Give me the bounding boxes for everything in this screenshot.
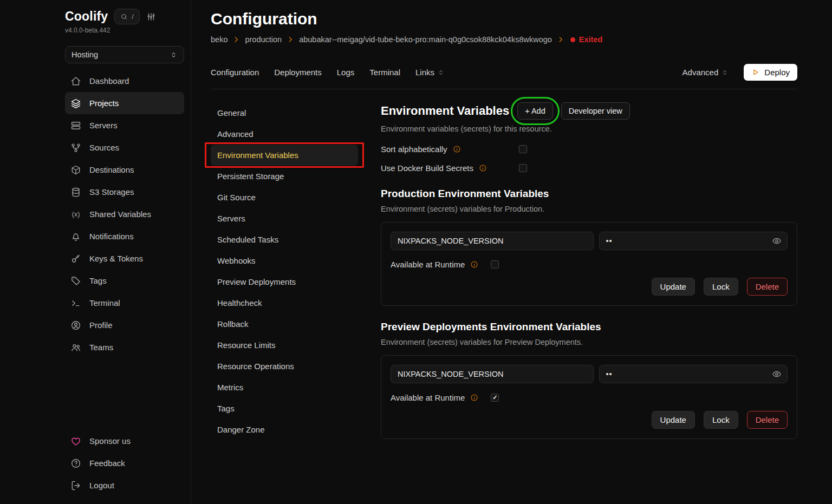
sidebar-item-label: Terminal xyxy=(89,298,120,307)
sidebar-item-notifications[interactable]: Notifications xyxy=(65,225,184,247)
add-button-wrap: + Add xyxy=(517,102,553,120)
sidebar-item-teams[interactable]: Teams xyxy=(65,336,184,358)
sidebar-item-shared-variables[interactable]: (x) Shared Variables xyxy=(65,203,184,225)
delete-button[interactable]: Delete xyxy=(747,278,788,296)
subnav-environment-variables[interactable]: Environment Variables xyxy=(211,145,358,166)
subnav-label: Environment Variables xyxy=(217,150,298,160)
sidebar-item-terminal[interactable]: Terminal xyxy=(65,292,184,314)
search-shortcut: / xyxy=(132,12,134,21)
sidebar-item-logout[interactable]: Logout xyxy=(65,474,184,496)
developer-view-button[interactable]: Developer view xyxy=(561,102,630,120)
delete-button[interactable]: Delete xyxy=(747,411,788,429)
breadcrumb-environment[interactable]: production xyxy=(245,35,282,44)
sidebar-item-projects[interactable]: Projects xyxy=(65,92,184,114)
sidebar-item-dashboard[interactable]: Dashboard xyxy=(65,70,184,92)
sidebar-item-label: Keys & Tokens xyxy=(89,254,143,263)
sidebar-item-s3-storages[interactable]: S3 Storages xyxy=(65,181,184,203)
tab-deployments[interactable]: Deployments xyxy=(274,68,322,77)
lock-button[interactable]: Lock xyxy=(704,278,738,296)
sidebar: Coolify / v4.0.0-beta.442 Hosting xyxy=(0,0,191,504)
play-icon xyxy=(751,68,759,76)
available-at-runtime-checkbox[interactable] xyxy=(491,260,499,269)
env-var-inputs xyxy=(391,232,788,250)
sort-alphabetically-checkbox[interactable] xyxy=(519,145,527,153)
subnav-scheduled-tasks[interactable]: Scheduled Tasks xyxy=(211,229,358,250)
sidebar-item-label: Logout xyxy=(89,481,114,490)
preview-env-subtitle: Environment (secrets) variables for Prev… xyxy=(381,338,797,346)
subnav-advanced[interactable]: Advanced xyxy=(211,123,358,145)
subnav-tags[interactable]: Tags xyxy=(211,398,358,419)
env-var-value-wrap xyxy=(599,232,788,250)
chevron-updown-icon xyxy=(721,69,729,76)
docker-build-secrets-label: Use Docker Build Secrets xyxy=(381,163,473,173)
subnav-resource-operations[interactable]: Resource Operations xyxy=(211,356,358,377)
sidebar-item-tags[interactable]: Tags xyxy=(65,270,184,292)
docker-build-secrets-checkbox[interactable] xyxy=(519,164,527,172)
status-dot-icon xyxy=(570,37,575,42)
preview-env-title: Preview Deployments Environment Variable… xyxy=(381,321,797,333)
subnav-rollback[interactable]: Rollback xyxy=(211,313,358,335)
add-env-var-button[interactable]: + Add xyxy=(517,102,553,120)
env-var-key-input[interactable] xyxy=(391,232,594,250)
update-button[interactable]: Update xyxy=(652,278,695,296)
tab-logs[interactable]: Logs xyxy=(337,68,355,77)
tag-icon xyxy=(70,276,81,286)
breadcrumb-team[interactable]: beko xyxy=(211,35,227,44)
sort-alphabetically-row: Sort alphabetically xyxy=(381,145,797,154)
sidebar-item-keys-tokens[interactable]: Keys & Tokens xyxy=(65,247,184,270)
env-var-value-input[interactable] xyxy=(599,365,788,383)
env-var-value-wrap xyxy=(599,365,788,383)
env-toggles: Sort alphabetically Use Docker Build Sec… xyxy=(381,145,797,173)
subnav-preview-deployments[interactable]: Preview Deployments xyxy=(211,271,358,292)
tab-terminal[interactable]: Terminal xyxy=(369,68,400,77)
layers-icon xyxy=(70,98,81,109)
sidebar-item-feedback[interactable]: Feedback xyxy=(65,452,184,474)
sort-alphabetically-label: Sort alphabetically xyxy=(381,145,447,154)
bell-icon xyxy=(70,231,81,242)
env-var-actions: Update Lock Delete xyxy=(391,411,788,429)
subnav-general[interactable]: General xyxy=(211,102,358,123)
status-label: Exited xyxy=(579,35,603,44)
heart-icon xyxy=(70,436,81,447)
update-button[interactable]: Update xyxy=(652,411,695,429)
team-selector[interactable]: Hosting xyxy=(65,46,184,63)
env-var-value-input[interactable] xyxy=(599,232,788,250)
production-env-var-card: Available at Runtime Update Lock Delete xyxy=(381,222,797,306)
env-var-inputs xyxy=(391,365,788,383)
terminal-icon xyxy=(70,298,81,309)
reveal-value-button[interactable] xyxy=(772,236,782,246)
settings-filters-button[interactable] xyxy=(146,12,156,22)
env-var-key-input[interactable] xyxy=(391,365,594,383)
advanced-dropdown[interactable]: Advanced xyxy=(682,68,729,77)
config-subnav: General Advanced Environment Variables P… xyxy=(211,102,381,504)
subnav-servers[interactable]: Servers xyxy=(211,208,358,229)
sidebar-item-profile[interactable]: Profile xyxy=(65,314,184,336)
subnav-webhooks[interactable]: Webhooks xyxy=(211,250,358,271)
search-button[interactable]: / xyxy=(114,9,140,24)
chevron-right-icon xyxy=(287,36,294,43)
configuration-content: General Advanced Environment Variables P… xyxy=(211,102,797,504)
sidebar-item-destinations[interactable]: Destinations xyxy=(65,159,184,181)
subnav-healthcheck[interactable]: Healthcheck xyxy=(211,292,358,313)
env-title: Environment Variables xyxy=(381,104,509,118)
sidebar-item-sponsor[interactable]: Sponsor us xyxy=(65,430,184,452)
lock-button[interactable]: Lock xyxy=(704,411,738,429)
available-at-runtime-row: Available at Runtime xyxy=(391,393,788,402)
tab-configuration[interactable]: Configuration xyxy=(211,68,259,77)
deploy-button[interactable]: Deploy xyxy=(744,64,797,81)
sidebar-item-servers[interactable]: Servers xyxy=(65,114,184,136)
subnav-persistent-storage[interactable]: Persistent Storage xyxy=(211,166,358,187)
subnav-danger-zone[interactable]: Danger Zone xyxy=(211,419,358,440)
subnav-metrics[interactable]: Metrics xyxy=(211,377,358,398)
breadcrumb-resource[interactable]: abubakar--meigag/vid-tube-beko-pro:main-… xyxy=(299,35,552,44)
subnav-git-source[interactable]: Git Source xyxy=(211,187,358,208)
subnav-resource-limits[interactable]: Resource Limits xyxy=(211,335,358,356)
tab-links[interactable]: Links xyxy=(415,68,445,77)
sidebar-item-sources[interactable]: Sources xyxy=(65,136,184,159)
reveal-value-button[interactable] xyxy=(772,369,782,379)
sidebar-item-label: Profile xyxy=(89,320,113,330)
available-at-runtime-checkbox[interactable] xyxy=(491,394,499,402)
help-circle-icon xyxy=(70,458,81,469)
app-root: Coolify / v4.0.0-beta.442 Hosting xyxy=(0,0,832,504)
sidebar-item-label: Servers xyxy=(89,121,118,130)
